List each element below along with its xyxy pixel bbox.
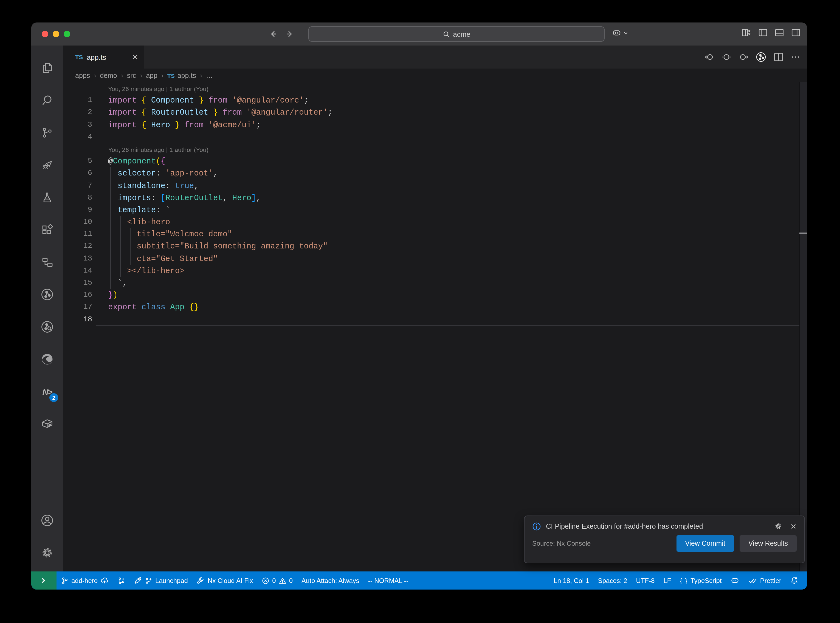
nx-graph-search-icon[interactable] bbox=[34, 313, 60, 341]
customize-layout-icon[interactable] bbox=[742, 28, 751, 37]
code-line[interactable]: 15 `, bbox=[63, 277, 799, 289]
breadcrumb-item[interactable]: … bbox=[206, 72, 213, 79]
forward-arrow-icon[interactable] bbox=[285, 30, 294, 38]
language-mode-item[interactable]: { } TypeScript bbox=[676, 571, 726, 589]
code-text: import { Component } from '@angular/core… bbox=[92, 94, 309, 106]
breadcrumb-item[interactable]: apps bbox=[75, 72, 90, 79]
code-line[interactable]: 5@Component({ bbox=[63, 155, 799, 167]
problems-item[interactable]: 0 0 bbox=[257, 571, 297, 589]
code-line[interactable]: 17export class App {} bbox=[63, 301, 799, 313]
view-results-button[interactable]: View Results bbox=[740, 535, 797, 552]
source-control-icon[interactable] bbox=[34, 119, 60, 146]
code-line[interactable]: 1import { Component } from '@angular/cor… bbox=[63, 94, 799, 106]
breadcrumb-item[interactable]: src bbox=[127, 72, 136, 79]
split-editor-icon[interactable] bbox=[774, 52, 783, 62]
hierarchy-view-icon[interactable] bbox=[34, 249, 60, 276]
breadcrumb-item[interactable]: demo bbox=[100, 72, 117, 79]
close-window-button[interactable] bbox=[42, 31, 48, 37]
cloud-upload-icon bbox=[100, 576, 109, 585]
circle-arrow-left-icon[interactable] bbox=[705, 52, 714, 62]
code-line[interactable]: 18 bbox=[63, 313, 799, 325]
code-line[interactable]: 4 bbox=[63, 131, 799, 143]
tab-app-ts[interactable]: TS app.ts ✕ bbox=[63, 46, 144, 69]
error-count: 0 bbox=[272, 577, 276, 584]
nx-graph-icon[interactable] bbox=[34, 281, 60, 308]
code-line[interactable]: 3import { Hero } from '@acme/ui'; bbox=[63, 119, 799, 131]
warning-count: 0 bbox=[289, 577, 293, 584]
indentation-item[interactable]: Spaces: 2 bbox=[594, 571, 632, 589]
code-editor[interactable]: You, 26 minutes ago | 1 author (You)1imp… bbox=[63, 82, 807, 571]
line-number: 5 bbox=[63, 155, 92, 167]
code-text: selector: 'app-root', bbox=[92, 167, 218, 180]
code-line[interactable]: 10 <lib-hero bbox=[63, 216, 799, 228]
code-text: }) bbox=[92, 289, 118, 301]
cursor-position-item[interactable]: Ln 18, Col 1 bbox=[549, 571, 593, 589]
eol-item[interactable]: LF bbox=[659, 571, 676, 589]
nx-cloud-fix-item[interactable]: Nx Cloud AI Fix bbox=[192, 571, 257, 589]
account-icon[interactable] bbox=[34, 507, 60, 534]
branch-status-icon[interactable] bbox=[113, 571, 129, 589]
editor-scrollbar[interactable] bbox=[799, 82, 807, 571]
code-line[interactable]: 7 standalone: true, bbox=[63, 180, 799, 192]
code-text bbox=[92, 131, 108, 143]
toggle-secondary-sidebar-icon[interactable] bbox=[791, 28, 800, 37]
formatter-item[interactable]: Prettier bbox=[744, 571, 786, 589]
more-actions-icon[interactable] bbox=[791, 52, 800, 62]
search-view-icon[interactable] bbox=[34, 87, 60, 114]
notification-settings-gear-icon[interactable] bbox=[774, 522, 783, 531]
code-line[interactable]: 11 title="Welcmoe demo" bbox=[63, 229, 799, 241]
back-arrow-icon[interactable] bbox=[269, 30, 278, 38]
code-line[interactable]: 8 imports: [RouterOutlet, Hero], bbox=[63, 192, 799, 204]
toggle-panel-icon[interactable] bbox=[775, 28, 784, 37]
warning-icon bbox=[279, 577, 286, 584]
code-line[interactable]: 14 ></lib-hero> bbox=[63, 265, 799, 277]
breadcrumb-item[interactable]: app.ts bbox=[178, 72, 196, 79]
code-line[interactable]: 16}) bbox=[63, 289, 799, 301]
close-tab-icon[interactable]: ✕ bbox=[132, 53, 138, 61]
launchpad-item[interactable]: Launchpad bbox=[129, 571, 192, 589]
code-line[interactable]: 6 selector: 'app-root', bbox=[63, 167, 799, 180]
git-branch-item[interactable]: add-hero bbox=[57, 571, 113, 589]
code-line[interactable]: 13 cta="Get Started" bbox=[63, 253, 799, 265]
run-debug-icon[interactable] bbox=[34, 151, 60, 179]
minimize-window-button[interactable] bbox=[53, 31, 59, 37]
settings-gear-icon[interactable] bbox=[34, 539, 60, 566]
editor-actions bbox=[705, 46, 800, 69]
notifications-bell-item[interactable] bbox=[786, 571, 803, 589]
view-commit-button[interactable]: View Commit bbox=[676, 535, 734, 552]
notification-toast: CI Pipeline Execution for #add-hero has … bbox=[524, 516, 805, 563]
notification-close-icon[interactable]: ✕ bbox=[790, 522, 797, 531]
testing-icon[interactable] bbox=[34, 184, 60, 211]
git-blame-annotation[interactable]: You, 26 minutes ago | 1 author (You) bbox=[63, 82, 799, 94]
encoding-item[interactable]: UTF-8 bbox=[631, 571, 659, 589]
edge-tools-icon[interactable] bbox=[34, 345, 60, 373]
overview-ruler-marker bbox=[799, 233, 807, 234]
copilot-icon bbox=[731, 576, 740, 585]
command-center-search[interactable]: acme bbox=[308, 26, 605, 42]
git-blame-annotation[interactable]: You, 26 minutes ago | 1 author (You) bbox=[63, 143, 799, 155]
code-line[interactable]: 9 template: ` bbox=[63, 204, 799, 216]
line-number: 17 bbox=[63, 301, 92, 313]
package-icon[interactable] bbox=[34, 410, 60, 437]
explorer-icon[interactable] bbox=[34, 54, 60, 82]
line-number: 12 bbox=[63, 241, 92, 253]
auto-attach-item[interactable]: Auto Attach: Always bbox=[297, 571, 364, 589]
toggle-primary-sidebar-icon[interactable] bbox=[758, 28, 768, 37]
nx-console-icon[interactable]: N> 2 bbox=[34, 378, 60, 405]
breadcrumb: apps›demo›src›app›TSapp.ts›… bbox=[63, 69, 807, 82]
graph-circle-icon[interactable] bbox=[756, 52, 766, 63]
code-line[interactable]: 2import { RouterOutlet } from '@angular/… bbox=[63, 107, 799, 119]
remote-indicator[interactable] bbox=[31, 571, 57, 589]
extensions-icon[interactable] bbox=[34, 216, 60, 244]
line-number: 16 bbox=[63, 289, 92, 301]
rocket-icon bbox=[134, 576, 142, 585]
circle-dash-icon[interactable] bbox=[722, 52, 731, 62]
code-line[interactable]: 12 subtitle="Build something amazing tod… bbox=[63, 241, 799, 253]
zoom-window-button[interactable] bbox=[64, 31, 70, 37]
copilot-status-item[interactable] bbox=[726, 571, 744, 589]
circle-arrow-right-icon[interactable] bbox=[739, 52, 748, 62]
vim-mode-item[interactable]: -- NORMAL -- bbox=[364, 571, 413, 589]
typescript-file-icon: TS bbox=[75, 54, 83, 60]
copilot-menu[interactable] bbox=[612, 28, 628, 38]
breadcrumb-item[interactable]: app bbox=[146, 72, 157, 79]
